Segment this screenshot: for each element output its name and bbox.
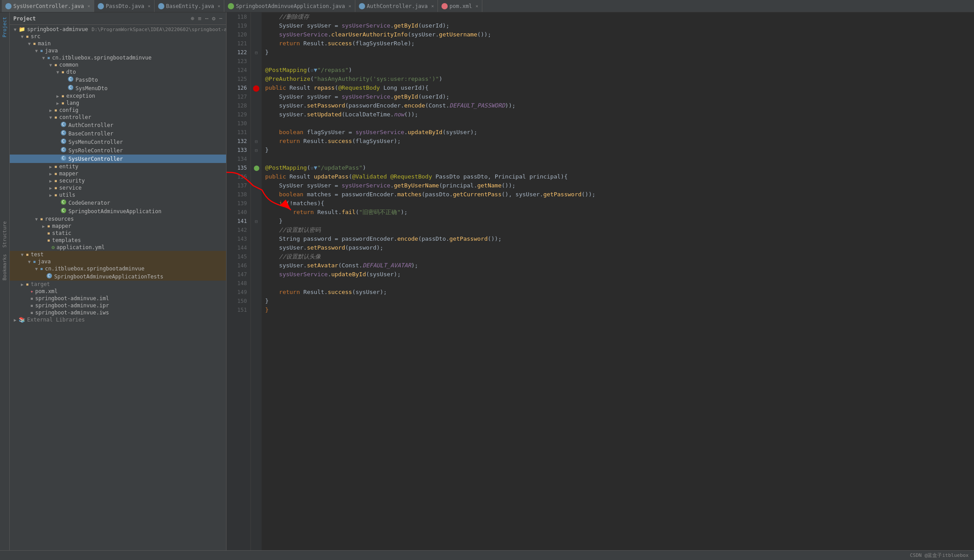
project-panel-vtab[interactable]: Project bbox=[1, 14, 8, 40]
tree-item-CodeGenerator[interactable]: C CodeGenerator bbox=[10, 199, 226, 207]
folder-security-icon: ▪ bbox=[54, 178, 57, 184]
tab-close-icon-5[interactable]: ✕ bbox=[431, 4, 434, 8]
code-line-148 bbox=[265, 279, 974, 288]
minimize-icon[interactable]: − bbox=[219, 15, 223, 22]
tab-SysUserController[interactable]: SysUserController.java ✕ bbox=[2, 0, 94, 12]
tree-item-test[interactable]: ▼ ▪ test bbox=[10, 251, 226, 258]
gutter-141[interactable]: ⊟ bbox=[251, 217, 262, 226]
tree-item-entity[interactable]: ▶ ▪ entity bbox=[10, 163, 226, 170]
tree-item-SysRoleController[interactable]: C SysRoleController bbox=[10, 146, 226, 155]
tree-item-SysUserController[interactable]: C SysUserController bbox=[10, 155, 226, 163]
fold-icon-122[interactable]: ⊟ bbox=[255, 50, 258, 55]
fold-icon-141[interactable]: ⊟ bbox=[255, 219, 258, 224]
gutter-140 bbox=[251, 208, 262, 217]
tree-item-common[interactable]: ▼ ▪ common bbox=[10, 61, 226, 68]
tree-item-java[interactable]: ▼ ▪ java bbox=[10, 47, 226, 54]
line-num-142: 142 bbox=[227, 226, 250, 234]
gutter-122[interactable]: ⊟ bbox=[251, 48, 262, 57]
tab-SpringbootAdminvueApplication[interactable]: SpringbootAdminvueApplication.java ✕ bbox=[224, 0, 355, 12]
tree-item-mapper[interactable]: ▶ ▪ mapper bbox=[10, 170, 226, 177]
line-num-119: 119 bbox=[227, 21, 250, 30]
tree-item-static[interactable]: ▪ static bbox=[10, 230, 226, 237]
folder-lang-icon: ▪ bbox=[61, 100, 64, 106]
tree-item-AuthController[interactable]: C AuthController bbox=[10, 121, 226, 129]
tab-close-icon-3[interactable]: ✕ bbox=[218, 4, 220, 8]
SysMenuController-label: SysMenuController bbox=[68, 139, 123, 145]
tree-arrow-main: ▼ bbox=[26, 41, 33, 46]
tree-item-utils[interactable]: ▶ ▪ utils bbox=[10, 191, 226, 199]
folder-common-icon: ▪ bbox=[54, 62, 57, 68]
tab-close-icon-2[interactable]: ✕ bbox=[148, 4, 151, 8]
fold-icon-132[interactable]: ⊟ bbox=[255, 139, 258, 144]
fold-icon-133[interactable]: ⊟ bbox=[255, 148, 258, 153]
code-line-123 bbox=[265, 57, 974, 66]
resources-label: resources bbox=[45, 216, 74, 222]
tab-close-icon[interactable]: ✕ bbox=[87, 4, 90, 8]
tree-item-resources[interactable]: ▼ ▪ resources bbox=[10, 215, 226, 222]
tree-item-BaseController[interactable]: C BaseController bbox=[10, 129, 226, 138]
iml-label: springboot-adminvue.iml bbox=[35, 295, 109, 302]
project-tree: ▼ 📁 springboot-adminvue D:\ProgramWorkSp… bbox=[10, 25, 226, 550]
tree-item-controller[interactable]: ▼ ▪ controller bbox=[10, 114, 226, 121]
tree-item-test-java[interactable]: ▼ ▪ java bbox=[10, 258, 226, 265]
tree-item-service[interactable]: ▶ ▪ service bbox=[10, 184, 226, 191]
java-icon-SysRoleController: C bbox=[60, 147, 67, 154]
gutter-151 bbox=[251, 306, 262, 314]
tree-item-config[interactable]: ▶ ▪ config bbox=[10, 107, 226, 114]
java-icon-SysMenuDto: C bbox=[68, 84, 74, 92]
gutter-132[interactable]: ⊟ bbox=[251, 137, 262, 146]
bookmarks-vtab[interactable]: Bookmarks bbox=[1, 251, 8, 283]
tree-item-SpringbootTests[interactable]: C SpringbootAdminvueApplicationTests bbox=[10, 272, 226, 281]
tree-item-PassDto[interactable]: C PassDto bbox=[10, 75, 226, 84]
tree-item-security[interactable]: ▶ ▪ security bbox=[10, 177, 226, 184]
tree-item-dto[interactable]: ▼ ▪ dto bbox=[10, 68, 226, 75]
settings-icon[interactable]: ⚙ bbox=[212, 15, 215, 22]
file-icon-iml: ▪ bbox=[30, 295, 33, 302]
structure-vtab[interactable]: Structure bbox=[1, 218, 8, 250]
tree-item-SysMenuController[interactable]: C SysMenuController bbox=[10, 138, 226, 146]
tab-close-icon-4[interactable]: ✕ bbox=[349, 4, 351, 8]
tree-item-main[interactable]: ▼ ▪ main bbox=[10, 40, 226, 47]
yaml-file-icon: ⚙ bbox=[52, 244, 55, 250]
tab-pom[interactable]: pom.xml ✕ bbox=[438, 0, 482, 12]
line-num-118: 118 bbox=[227, 12, 250, 21]
tree-item-root[interactable]: ▼ 📁 springboot-adminvue D:\ProgramWorkSp… bbox=[10, 26, 226, 33]
line-num-145: 145 bbox=[227, 252, 250, 261]
tree-item-pom-xml[interactable]: ✦ pom.xml bbox=[10, 288, 226, 295]
gutter-139 bbox=[251, 199, 262, 208]
tree-item-ipr[interactable]: ▪ springboot-adminvue.ipr bbox=[10, 302, 226, 309]
expand-icon[interactable]: ⋯ bbox=[205, 15, 209, 22]
tree-item-templates[interactable]: ▪ templates bbox=[10, 237, 226, 244]
gutter-120 bbox=[251, 30, 262, 39]
tree-item-SysMenuDto[interactable]: C SysMenuDto bbox=[10, 84, 226, 92]
svg-text:C: C bbox=[69, 85, 72, 90]
tab-close-icon-6[interactable]: ✕ bbox=[476, 4, 478, 8]
tree-item-iml[interactable]: ▪ springboot-adminvue.iml bbox=[10, 295, 226, 302]
folder-resources-icon: ▪ bbox=[40, 216, 43, 222]
tab-BaseEntity[interactable]: BaseEntity.java ✕ bbox=[155, 0, 224, 12]
tab-PassDto[interactable]: PassDto.java ✕ bbox=[94, 0, 155, 12]
tree-item-iws[interactable]: ▪ springboot-adminvue.iws bbox=[10, 309, 226, 316]
tree-arrow-test: ▼ bbox=[19, 252, 26, 257]
tree-item-SpringbootAdminvueApplication[interactable]: C SpringbootAdminvueApplication bbox=[10, 207, 226, 215]
tree-item-cn-package[interactable]: ▼ ▪ cn.itbluebox.springbootadminvue bbox=[10, 54, 226, 61]
tree-item-application-yml[interactable]: ⚙ application.yml bbox=[10, 244, 226, 251]
tree-item-lang[interactable]: ▶ ▪ lang bbox=[10, 99, 226, 107]
collapse-icon[interactable]: ≡ bbox=[198, 15, 202, 22]
tree-item-exception[interactable]: ▶ ▪ exception bbox=[10, 92, 226, 99]
gutter-133[interactable]: ⊟ bbox=[251, 146, 262, 155]
test-cn-label: cn.itbluebox.springbootadminvue bbox=[45, 266, 144, 272]
line-num-151: 151 bbox=[227, 306, 250, 314]
tree-item-target[interactable]: ▶ ▪ target bbox=[10, 281, 226, 288]
iws-label: springboot-adminvue.iws bbox=[35, 310, 109, 316]
tab-AuthController[interactable]: AuthController.java ✕ bbox=[355, 0, 438, 12]
tree-item-test-cn[interactable]: ▼ ▪ cn.itbluebox.springbootadminvue bbox=[10, 265, 226, 272]
tree-item-res-mapper[interactable]: ▶ ▪ mapper bbox=[10, 222, 226, 230]
tree-item-src[interactable]: ▼ ▪ src bbox=[10, 33, 226, 40]
code-content[interactable]: //删除缓存 SysUser sysUser = sysUserService.… bbox=[262, 12, 974, 550]
gutter-118 bbox=[251, 12, 262, 21]
tree-item-external-libs[interactable]: ▶ 📚 External Libraries bbox=[10, 316, 226, 323]
folder-utils-icon: ▪ bbox=[54, 192, 57, 198]
tree-arrow-service: ▶ bbox=[47, 186, 54, 191]
locate-icon[interactable]: ⊕ bbox=[191, 15, 195, 22]
